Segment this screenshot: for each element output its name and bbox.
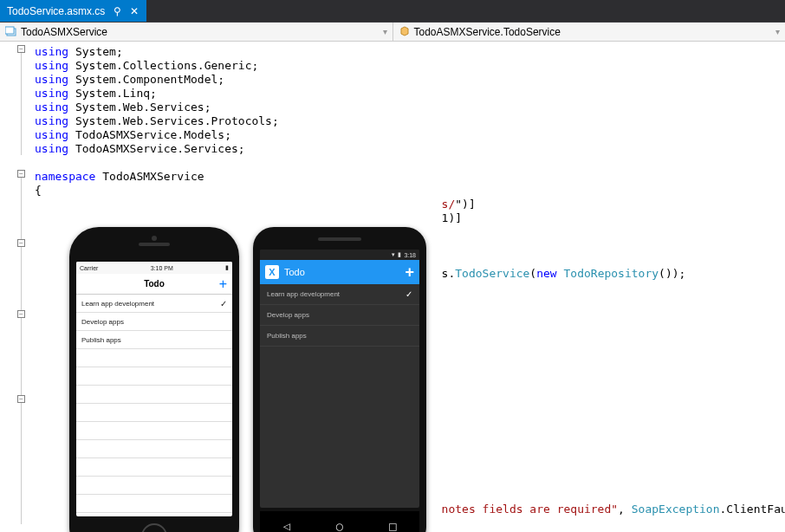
list-item[interactable]: Develop apps xyxy=(76,313,232,331)
check-icon: ✓ xyxy=(405,289,412,299)
check-icon: ✓ xyxy=(220,299,227,308)
list-item xyxy=(76,495,232,513)
chevron-down-icon: ▾ xyxy=(775,27,780,36)
outline-gutter: − − − − − xyxy=(0,42,31,532)
outline-toggle[interactable]: − xyxy=(17,395,25,403)
android-title: Todo xyxy=(284,267,305,277)
ios-time: 3:10 PM xyxy=(151,265,173,271)
list-item[interactable]: Develop apps xyxy=(260,305,419,326)
namespace-icon xyxy=(5,26,17,38)
list-item[interactable]: Learn app development✓ xyxy=(260,284,419,305)
outline-guide xyxy=(21,178,22,524)
list-item xyxy=(76,422,232,440)
list-item xyxy=(76,440,232,458)
ios-carrier: Carrier xyxy=(80,265,98,271)
list-item xyxy=(76,349,232,367)
list-item xyxy=(76,458,232,477)
outline-toggle[interactable]: − xyxy=(17,239,25,247)
class-icon xyxy=(399,26,411,38)
android-screen: ▾ ▮ 3:18 X Todo + Learn app development✓… xyxy=(260,250,419,508)
android-mock: ▾ ▮ 3:18 X Todo + Learn app development✓… xyxy=(253,227,426,532)
ios-todo-list: Learn app development✓Develop appsPublis… xyxy=(76,295,232,513)
android-recent[interactable]: □ xyxy=(389,519,396,532)
list-item[interactable]: Learn app development✓ xyxy=(76,295,232,313)
ios-nav-bar: Todo + xyxy=(76,274,232,295)
ios-add-button[interactable]: + xyxy=(219,276,227,292)
xamarin-logo-icon: X xyxy=(265,265,279,279)
list-item[interactable]: Publish apps xyxy=(76,331,232,349)
outline-toggle[interactable]: − xyxy=(17,170,25,178)
ios-status-bar: Carrier 3:10 PM ▮ xyxy=(76,262,232,274)
android-status-bar: ▾ ▮ 3:18 xyxy=(260,250,419,260)
chevron-down-icon: ▾ xyxy=(383,27,387,36)
android-nav-bar: ◁ ○ □ xyxy=(260,511,419,532)
android-add-button[interactable]: + xyxy=(405,263,414,282)
list-item xyxy=(76,477,232,495)
type-dropdown[interactable]: TodoASMXService.TodoService ▾ xyxy=(393,23,786,41)
pin-icon[interactable]: ⚲ xyxy=(112,5,122,17)
wifi-icon: ▾ xyxy=(392,251,395,258)
list-item xyxy=(76,404,232,422)
android-action-bar: X Todo + xyxy=(260,260,419,284)
android-todo-list: Learn app development✓Develop appsPublis… xyxy=(260,284,419,347)
code-editor[interactable]: − − − − − using System; using System.Col… xyxy=(0,42,785,532)
ios-title: Todo xyxy=(144,279,165,289)
iphone-mock: Carrier 3:10 PM ▮ Todo + Learn app devel… xyxy=(69,227,239,532)
tab-filename: TodoService.asmx.cs xyxy=(7,5,105,17)
outline-guide xyxy=(21,53,22,155)
scope-name: TodoASMXService xyxy=(21,26,107,38)
battery-icon: ▮ xyxy=(225,264,229,271)
list-item xyxy=(76,386,232,404)
svg-rect-1 xyxy=(5,27,14,34)
list-item[interactable]: Publish apps xyxy=(260,326,419,347)
outline-toggle[interactable]: − xyxy=(17,45,25,53)
active-tab[interactable]: TodoService.asmx.cs ⚲ ✕ xyxy=(0,0,146,22)
type-name: TodoASMXService.TodoService xyxy=(414,26,561,38)
document-tab-bar: TodoService.asmx.cs ⚲ ✕ xyxy=(0,0,785,23)
android-back[interactable]: ◁ xyxy=(282,519,289,532)
scope-dropdown[interactable]: TodoASMXService ▾ xyxy=(0,23,393,41)
android-time: 3:18 xyxy=(404,252,416,258)
outline-toggle[interactable]: − xyxy=(17,310,25,318)
home-button[interactable] xyxy=(141,523,167,532)
list-item xyxy=(76,367,232,386)
navigation-bar: TodoASMXService ▾ TodoASMXService.TodoSe… xyxy=(0,23,785,42)
iphone-screen: Carrier 3:10 PM ▮ Todo + Learn app devel… xyxy=(76,262,232,516)
close-icon[interactable]: ✕ xyxy=(129,5,139,17)
battery-icon: ▮ xyxy=(398,251,401,258)
android-home[interactable]: ○ xyxy=(336,519,343,532)
